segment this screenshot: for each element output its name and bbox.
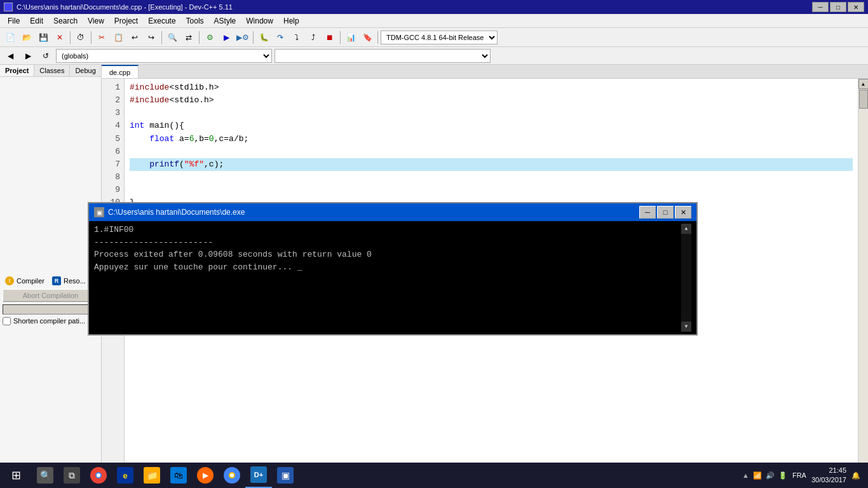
console-minimize-btn[interactable]: ─ xyxy=(639,206,656,219)
clock-time: 21:45 xyxy=(811,466,846,475)
maximize-btn[interactable]: □ xyxy=(830,2,846,12)
scope-select[interactable]: (globals) xyxy=(56,49,272,63)
symbol-select[interactable] xyxy=(275,49,491,63)
console-controls: ─ □ ✕ xyxy=(639,206,691,219)
scroll-track xyxy=(858,89,869,463)
menu-help[interactable]: Help xyxy=(278,14,304,27)
console-close-btn[interactable]: ✕ xyxy=(675,206,691,219)
console-scroll-up[interactable]: ▲ xyxy=(681,224,691,234)
left-panel-tabs: Project Classes Debug xyxy=(0,65,101,77)
console-line-4: Appuyez sur une touche pour continuer...… xyxy=(94,261,681,274)
app2-icon: ▣ xyxy=(277,467,294,484)
code-line-5: float a=6,b=0,c=a/b; xyxy=(130,133,853,146)
bookmark-btn[interactable]: 🔖 xyxy=(360,30,375,45)
find-btn[interactable]: 🔍 xyxy=(165,30,180,45)
replace-btn[interactable]: ⇄ xyxy=(181,30,196,45)
console-scroll-down[interactable]: ▼ xyxy=(681,322,691,332)
forward-btn[interactable]: ▶ xyxy=(20,48,36,64)
step-out-btn[interactable]: ⤴ xyxy=(306,30,321,45)
menu-search[interactable]: Search xyxy=(48,14,83,27)
back-btn[interactable]: ◀ xyxy=(3,48,18,64)
menu-project[interactable]: Project xyxy=(109,14,143,27)
app-icon xyxy=(4,3,13,11)
chrome-icon xyxy=(90,467,107,484)
sep5 xyxy=(253,31,254,44)
left-panel: Project Classes Debug ! Compiler R Reso.… xyxy=(0,65,102,473)
sep2 xyxy=(91,31,92,44)
taskbar-app2[interactable]: ▣ xyxy=(272,463,299,488)
svg-point-2 xyxy=(97,473,100,477)
debug-btn[interactable]: 🐛 xyxy=(256,30,271,45)
console-icon: ▣ xyxy=(94,207,104,217)
chrome2-icon xyxy=(224,467,240,484)
taskbar-explorer[interactable]: 📁 xyxy=(139,463,165,488)
menu-astyle[interactable]: AStyle xyxy=(209,14,241,27)
code-line-9 xyxy=(130,184,853,196)
minimize-btn[interactable]: ─ xyxy=(812,2,829,12)
sep7 xyxy=(377,31,378,44)
code-line-6 xyxy=(130,146,853,158)
history-btn[interactable]: ⏱ xyxy=(73,30,88,45)
editor-tab-de-cpp[interactable]: de.cpp xyxy=(102,65,139,78)
taskbar-devpp[interactable]: D+ xyxy=(245,463,272,488)
taskbar-store[interactable]: 🛍 xyxy=(165,463,192,488)
open-btn[interactable]: 📂 xyxy=(19,30,34,45)
notification-icon[interactable]: 🔔 xyxy=(851,471,860,480)
refresh-btn[interactable]: ↺ xyxy=(38,48,53,64)
taskbar-task-view[interactable]: ⧉ xyxy=(58,463,85,488)
new-btn[interactable]: 📄 xyxy=(3,30,18,45)
stop-debug-btn[interactable]: ⏹ xyxy=(322,30,337,45)
taskbar: ⊞ 🔍 ⧉ e 📁 🛍 ▶ xyxy=(0,463,868,488)
taskbar-chrome[interactable] xyxy=(85,463,112,488)
console-line-2: ------------------------ xyxy=(94,236,681,249)
abort-compilation-btn[interactable]: Abort Compilation xyxy=(3,289,98,302)
taskbar-ie[interactable]: e xyxy=(112,463,139,488)
taskbar-clock[interactable]: 21:45 30/03/2017 xyxy=(811,466,846,485)
menu-window[interactable]: Window xyxy=(241,14,278,27)
language-indicator[interactable]: FRA xyxy=(792,471,806,479)
menu-file[interactable]: File xyxy=(3,14,25,27)
shorten-checkbox[interactable] xyxy=(3,317,11,325)
scroll-up-btn[interactable]: ▲ xyxy=(858,79,869,89)
code-line-4: int main(){ xyxy=(130,119,853,132)
redo-btn[interactable]: ↪ xyxy=(144,30,159,45)
cut-btn[interactable]: ✂ xyxy=(94,30,109,45)
compiler-tabs: ! Compiler R Reso... xyxy=(3,275,98,287)
tray-arrow[interactable]: ▲ xyxy=(742,471,749,479)
save-btn[interactable]: 💾 xyxy=(36,30,51,45)
compile-run-btn[interactable]: ▶⚙ xyxy=(235,30,250,45)
console-content: 1.#INF00 ------------------------ Proces… xyxy=(89,221,696,334)
profile-btn[interactable]: 📊 xyxy=(343,30,358,45)
taskbar-search[interactable]: 🔍 xyxy=(32,463,58,488)
taskbar-vlc[interactable]: ▶ xyxy=(192,463,219,488)
step-over-btn[interactable]: ↷ xyxy=(273,30,288,45)
console-maximize-btn[interactable]: □ xyxy=(657,206,674,219)
compiler-tab[interactable]: ! Compiler xyxy=(3,275,47,287)
copy-btn[interactable]: 📋 xyxy=(111,30,126,45)
compiler-select[interactable]: TDM-GCC 4.8.1 64-bit Release xyxy=(381,30,498,44)
search-icon: 🔍 xyxy=(37,467,53,484)
run-btn[interactable]: ▶ xyxy=(219,30,234,45)
close-btn[interactable]: ✕ xyxy=(848,2,864,12)
menu-view[interactable]: View xyxy=(83,14,109,27)
undo-btn[interactable]: ↩ xyxy=(127,30,142,45)
step-into-btn[interactable]: ⤵ xyxy=(289,30,304,45)
editor-scrollbar[interactable]: ▲ ▼ xyxy=(858,79,868,473)
sys-tray: ▲ 📶 🔊 🔋 xyxy=(742,471,787,480)
taskbar-chrome2[interactable] xyxy=(219,463,245,488)
menu-execute[interactable]: Execute xyxy=(143,14,180,27)
start-button[interactable]: ⊞ xyxy=(0,463,32,488)
tab-project[interactable]: Project xyxy=(0,65,34,76)
close-file-btn[interactable]: ✕ xyxy=(52,30,67,45)
compile-btn[interactable]: ⚙ xyxy=(202,30,217,45)
menu-tools[interactable]: Tools xyxy=(181,14,209,27)
console-scroll-track xyxy=(681,234,691,322)
resource-tab[interactable]: R Reso... xyxy=(50,275,88,287)
tab-classes[interactable]: Classes xyxy=(34,65,70,76)
menu-edit[interactable]: Edit xyxy=(25,14,48,27)
window-title: C:\Users\anis hartani\Documents\de.cpp -… xyxy=(17,3,233,11)
scroll-thumb[interactable] xyxy=(859,90,868,109)
tab-debug[interactable]: Debug xyxy=(70,65,101,76)
ie-icon: e xyxy=(117,467,133,484)
volume-icon: 🔊 xyxy=(766,471,775,480)
